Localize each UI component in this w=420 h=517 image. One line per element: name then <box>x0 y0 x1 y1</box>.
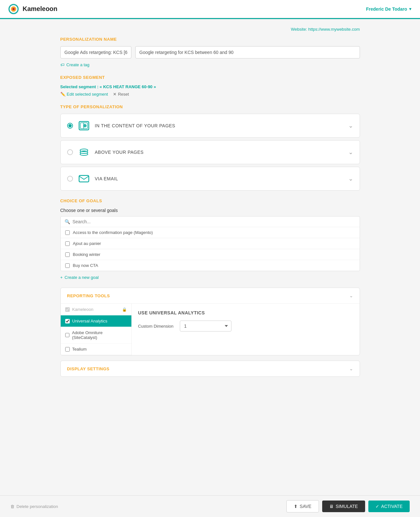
goal-label-3: Buy now CTA <box>73 263 98 268</box>
type-card-content[interactable]: IN THE CONTENT OF YOUR PAGES ⌄ <box>60 114 360 138</box>
type-radio-email[interactable] <box>67 176 73 182</box>
goals-list: Access to the confirmation page (Magento… <box>61 227 360 271</box>
reset-icon: ✕ <box>113 92 117 97</box>
type-personalization-section: TYPE OF PERSONALIZATION IN THE CONTENT O… <box>60 104 360 191</box>
ua-title: USE UNIVERSAL ANALYTICS <box>138 310 353 315</box>
tool-checkbox-tealium[interactable] <box>65 347 70 352</box>
exposed-segment-section: EXPOSED SEGMENT Selected segment : « KCS… <box>60 75 360 97</box>
type-label-content: IN THE CONTENT OF YOUR PAGES <box>95 123 343 128</box>
header: Kameleoon Frederic De Todaro ▼ <box>0 0 420 18</box>
edit-icon: ✏️ <box>60 92 66 97</box>
personalization-name-title: PERSONALIZATION NAME <box>60 37 360 42</box>
reporting-tools-list: Kameleoon 🔒 Universal Analytics Adobe Om… <box>61 304 132 355</box>
personalization-types: IN THE CONTENT OF YOUR PAGES ⌄ ABOVE YOU… <box>60 114 360 191</box>
svg-point-4 <box>13 8 14 9</box>
type-label-email: VIA EMAIL <box>95 176 343 181</box>
goal-item-3[interactable]: Buy now CTA <box>61 260 360 271</box>
reporting-tools-section: REPORTING TOOLS ⌄ Kameleoon 🔒 Universal … <box>60 288 360 355</box>
user-menu-chevron-icon: ▼ <box>408 7 412 11</box>
type-chevron-above-icon: ⌄ <box>348 149 353 156</box>
search-icon: 🔍 <box>65 219 70 224</box>
segment-actions: ✏️ Edit selected segment ✕ Reset <box>60 92 360 97</box>
type-email-icon <box>78 173 90 185</box>
tool-label-ua: Universal Analytics <box>72 319 108 323</box>
display-chevron-icon[interactable]: ⌄ <box>349 366 353 371</box>
create-goal-link[interactable]: + Create a new goal <box>60 275 360 280</box>
create-goal-label: Create a new goal <box>65 275 99 280</box>
personalization-name-input[interactable] <box>60 46 131 58</box>
display-settings-title: DISPLAY SETTINGS <box>67 366 110 371</box>
name-inputs-row <box>60 46 360 58</box>
reporting-chevron-icon[interactable]: ⌄ <box>349 293 353 298</box>
create-tag-link[interactable]: 🏷 Create a tag <box>60 62 360 67</box>
goal-checkbox-3[interactable] <box>65 263 70 268</box>
tool-checkbox-ua[interactable] <box>65 319 70 323</box>
tag-icon: 🏷 <box>60 62 65 67</box>
reporting-body: Kameleoon 🔒 Universal Analytics Adobe Om… <box>61 304 360 355</box>
website-url: Website: https://www.mywebsite.com <box>291 27 360 32</box>
goals-search-box: 🔍 Access to the confirmation page (Magen… <box>60 216 360 271</box>
tool-label-adobe: Adobe Omniture (SiteCatalyst) <box>72 330 127 340</box>
tool-label-kameleoon: Kameleoon <box>72 307 94 312</box>
main-content: Website: https://www.mywebsite.com PERSO… <box>55 19 365 410</box>
kameleoon-logo-icon <box>8 3 19 15</box>
tool-label-tealium: Tealium <box>72 347 87 352</box>
reporting-header: REPORTING TOOLS ⌄ <box>61 288 360 304</box>
goals-search-row: 🔍 <box>61 216 360 227</box>
custom-dimension-row: Custom Dimension 1 2 3 4 5 <box>138 321 353 332</box>
goal-label-1: Ajout au panier <box>73 241 101 246</box>
exposed-segment-title: EXPOSED SEGMENT <box>60 75 360 80</box>
goal-label-0: Access to the confirmation page (Magento… <box>73 230 153 235</box>
personalization-name-section: PERSONALIZATION NAME 🏷 Create a tag <box>60 37 360 67</box>
website-link: Website: https://www.mywebsite.com <box>60 27 360 32</box>
goal-checkbox-1[interactable] <box>65 241 70 246</box>
goals-search-input[interactable] <box>73 219 356 224</box>
svg-rect-14 <box>79 175 89 182</box>
type-chevron-email-icon: ⌄ <box>348 175 353 182</box>
reporting-right-panel: USE UNIVERSAL ANALYTICS Custom Dimension… <box>132 304 360 355</box>
goal-checkbox-0[interactable] <box>65 230 70 235</box>
goal-item-1[interactable]: Ajout au panier <box>61 238 360 249</box>
type-above-icon <box>78 146 90 158</box>
edit-segment-button[interactable]: ✏️ Edit selected segment <box>60 92 108 97</box>
goal-item-0[interactable]: Access to the confirmation page (Magento… <box>61 227 360 238</box>
custom-dim-label: Custom Dimension <box>138 324 174 329</box>
goals-title: CHOICE OF GOALS <box>60 198 360 203</box>
type-radio-above[interactable] <box>67 149 73 155</box>
display-settings-section: DISPLAY SETTINGS ⌄ <box>60 361 360 377</box>
user-name: Frederic De Todaro <box>366 6 407 12</box>
selected-segment-text: Selected segment : « KCS HEAT RANGE 60-9… <box>60 84 360 89</box>
logo-area: Kameleoon <box>8 3 57 15</box>
type-content-icon <box>78 120 90 132</box>
personalization-description-input[interactable] <box>135 46 360 58</box>
type-card-above[interactable]: ABOVE YOUR PAGES ⌄ <box>60 140 360 164</box>
user-menu[interactable]: Frederic De Todaro ▼ <box>366 6 412 12</box>
tool-checkbox-adobe[interactable] <box>65 333 69 337</box>
goals-subtitle: Choose one or several goals <box>60 208 360 213</box>
goal-checkbox-2[interactable] <box>65 252 70 257</box>
custom-dim-select[interactable]: 1 2 3 4 5 <box>180 321 231 332</box>
type-card-email[interactable]: VIA EMAIL ⌄ <box>60 167 360 191</box>
reporting-tool-tealium[interactable]: Tealium <box>61 343 131 355</box>
goal-label-2: Booking winter <box>73 252 100 257</box>
type-label-above: ABOVE YOUR PAGES <box>95 150 343 155</box>
reporting-title: REPORTING TOOLS <box>67 293 110 298</box>
logo-text: Kameleoon <box>23 5 57 13</box>
tool-checkbox-kameleoon[interactable] <box>65 307 70 312</box>
type-radio-content[interactable] <box>67 123 73 129</box>
type-chevron-content-icon: ⌄ <box>348 122 353 129</box>
plus-icon: + <box>60 275 63 280</box>
reporting-tool-ua[interactable]: Universal Analytics <box>61 315 131 327</box>
lock-icon: 🔒 <box>122 307 127 312</box>
reporting-tool-kameleoon[interactable]: Kameleoon 🔒 <box>61 304 131 315</box>
display-settings-header: DISPLAY SETTINGS ⌄ <box>61 361 360 376</box>
type-personalization-title: TYPE OF PERSONALIZATION <box>60 104 360 109</box>
reset-segment-button[interactable]: ✕ Reset <box>113 92 129 97</box>
create-tag-label: Create a tag <box>67 62 90 67</box>
goal-item-2[interactable]: Booking winter <box>61 249 360 260</box>
reporting-tool-adobe[interactable]: Adobe Omniture (SiteCatalyst) <box>61 327 131 343</box>
goals-section: CHOICE OF GOALS Choose one or several go… <box>60 198 360 280</box>
